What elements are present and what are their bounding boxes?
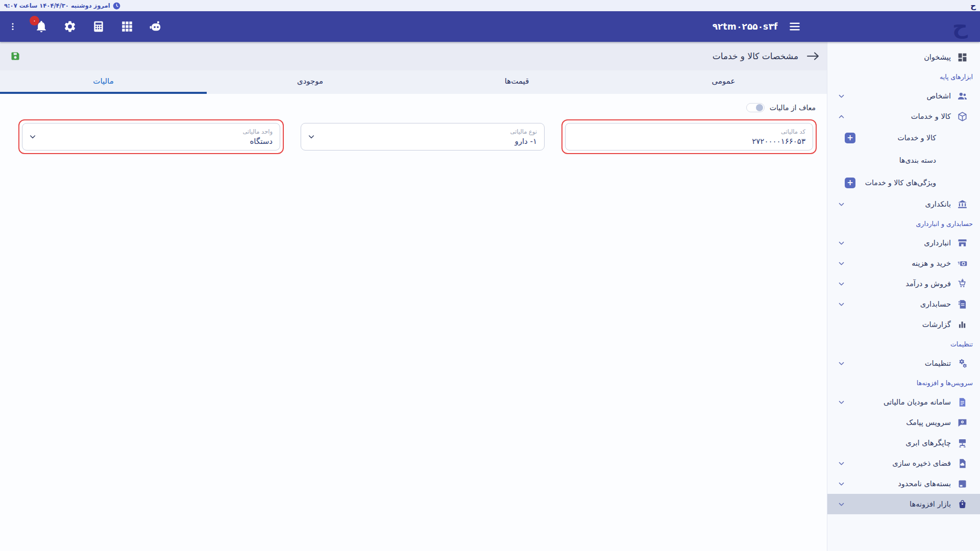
top-status-strip: امروز دوشنبه ۱۴۰۴/۴/۳۰ ساعت ۹:۰۷ ح [0,0,980,11]
tab-2[interactable]: موجودی [207,70,413,94]
sidebar-item[interactable]: چاپگرهای ابری [827,433,980,453]
bag-icon [957,499,968,510]
field-label: واحد مالیاتی [30,128,273,135]
sidebar-subitem[interactable]: کالا و خدمات+ [827,127,980,149]
field-ring-2: واحد مالیاتیدستگاه [18,119,284,154]
sidebar-section-label: سرویس‌ها و افزونه‌ها [827,373,980,392]
sidebar-item-label: بازار افزونه‌ها [910,500,951,508]
main-panel: مشخصات کالا و خدمات عمومیقیمت‌هاموجودیما… [0,42,827,551]
money-icon [957,258,968,269]
chevron-down-icon [838,239,845,247]
brand-mini-logo: ح [970,2,976,10]
field-value: دستگاه [30,137,273,146]
tab-1[interactable]: قیمت‌ها [413,70,620,94]
sidebar-item[interactable]: بانکداری [827,194,980,214]
chevron-down-icon [838,260,845,267]
sidebar-item-label: بانکداری [925,200,951,208]
sidebar-item-label: چاپگرهای ابری [905,439,951,447]
sidebar-item-label: حسابداری [920,300,951,308]
sidebar-subitem-label: ویژگی‌های کالا و خدمات [865,179,936,187]
sidebar-item[interactable]: کالا و خدمات [827,106,980,127]
cart-icon [957,279,968,289]
calculator-icon[interactable] [92,20,105,33]
tab-3[interactable]: مالیات [0,70,207,94]
sidebar-item[interactable]: پیشخوان [827,47,980,67]
save-button[interactable] [10,51,20,61]
notifications-bell-icon[interactable]: ۰ [35,20,48,33]
sidebar-item[interactable]: فضای ذخیره سازی [827,453,980,473]
back-arrow-icon[interactable] [806,51,820,61]
doc-icon [957,397,968,408]
settings-gear-icon[interactable] [63,20,77,33]
sidebar-item-label: انبارداری [924,239,951,247]
app-bar: ۰ ۹۲tm۰۲۵۵۰s۳f ح [0,11,980,42]
chevron-up-icon [838,113,845,120]
store-icon [957,238,968,248]
sidebar-item[interactable]: سامانه مودیان مالیاتی [827,392,980,412]
bank-icon [957,199,968,210]
date-time-group: امروز دوشنبه ۱۴۰۴/۴/۳۰ ساعت ۹:۰۷ [4,2,120,10]
sidebar-item[interactable]: خرید و هزینه [827,253,980,273]
sidebar-subitem[interactable]: ویژگی‌های کالا و خدمات+ [827,171,980,194]
clock-icon [113,2,120,10]
chevron-down-icon [307,133,315,141]
sidebar-item-label: فضای ذخیره سازی [892,459,951,467]
sidebar-subitem-label: کالا و خدمات [897,134,936,142]
add-button[interactable]: + [845,178,855,188]
kebab-menu-icon[interactable] [6,20,19,33]
field-ring-1: نوع مالیاتی۱- دارو [297,119,548,154]
sidebar-section-label: ابزارهای پایه [827,67,980,86]
sidebar-subitem[interactable]: دسته بندی‌ها [827,149,980,171]
sidebar-item[interactable]: تنظیمات [827,353,980,373]
chevron-down-icon [838,92,845,100]
sidebar-item[interactable]: اشخاص [827,86,980,106]
chart-icon [957,319,968,330]
chevron-down-icon [838,480,845,488]
sidebar-item[interactable]: گزارشات [827,314,980,335]
tab-bar: عمومیقیمت‌هاموجودیمالیات [0,70,827,94]
tax-tab-content: معاف از مالیات کد مالیاتی۲۷۲۰۰۰۰۱۶۶۰۵۳نو… [0,94,827,551]
chevron-down-icon [838,360,845,367]
input-field[interactable]: کد مالیاتی۲۷۲۰۰۰۰۱۶۶۰۵۳ [565,123,813,151]
sidebar-section-label: حسابداری و انبارداری [827,214,980,233]
chevron-down-icon [838,460,845,467]
field-label: کد مالیاتی [573,128,805,135]
field-value: ۱- دارو [308,137,537,146]
sidebar-subitem-label: دسته بندی‌ها [899,156,936,164]
sidebar-item-label: خرید و هزینه [912,259,951,267]
sidebar-item[interactable]: حسابداری [827,294,980,314]
assistant-robot-icon[interactable] [149,20,162,33]
field-value: ۲۷۲۰۰۰۰۱۶۶۰۵۳ [573,137,805,146]
package-icon [957,479,968,489]
sidebar-item[interactable]: فروش و درآمد [827,273,980,294]
sidebar-nav: پیشخوانابزارهای پایهاشخاصکالا و خدماتکال… [827,42,980,551]
sidebar-item-label: سرویس پیامک [906,418,951,427]
notification-badge: ۰ [30,16,39,26]
sidebar-item-label: تنظیمات [925,359,951,367]
printer-icon [957,438,968,448]
chevron-down-icon [838,398,845,406]
tax-exempt-label: معاف از مالیات [770,104,816,112]
sidebar-item[interactable]: بسته‌های نامحدود [827,473,980,494]
add-button[interactable]: + [845,133,855,143]
field-label: نوع مالیاتی [308,128,537,135]
tab-0[interactable]: عمومی [620,70,827,94]
sidebar-item[interactable]: بازار افزونه‌ها [827,494,980,514]
cube-icon [957,111,968,122]
tax-exempt-toggle[interactable] [746,103,765,112]
tax-fields-row: کد مالیاتی۲۷۲۰۰۰۰۱۶۶۰۵۳نوع مالیاتی۱- دار… [10,119,817,154]
sidebar-item-label: پیشخوان [924,53,951,61]
sidebar-item-label: فروش و درآمد [905,280,951,288]
apps-grid-icon[interactable] [120,20,134,33]
hamburger-menu-icon[interactable] [788,20,801,33]
license-code-text: ۹۲tm۰۲۵۵۰s۳f [713,21,778,32]
select-field[interactable]: واحد مالیاتیدستگاه [22,123,280,151]
chevron-down-icon [838,201,845,208]
dashboard-icon [957,52,968,63]
sidebar-item[interactable]: سرویس پیامک [827,412,980,433]
select-field[interactable]: نوع مالیاتی۱- دارو [301,123,545,151]
people-icon [957,91,968,102]
ledger-icon [957,299,968,310]
page-title: مشخصات کالا و خدمات [713,51,798,61]
sidebar-item[interactable]: انبارداری [827,233,980,253]
